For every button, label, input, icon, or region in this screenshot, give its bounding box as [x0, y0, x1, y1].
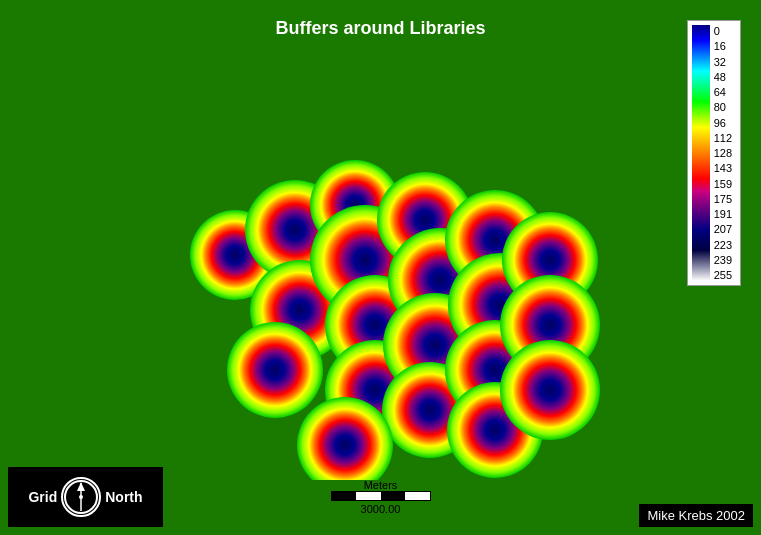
- legend-value: 128: [714, 147, 732, 159]
- legend-value: 64: [714, 86, 732, 98]
- legend-value: 32: [714, 56, 732, 68]
- legend-value: 159: [714, 178, 732, 190]
- legend-value: 112: [714, 132, 732, 144]
- map-title: Buffers around Libraries: [275, 18, 485, 39]
- legend-value: 223: [714, 239, 732, 251]
- legend: 0 16 32 48 64 80 96 112 128 143 159 175 …: [687, 20, 741, 286]
- svg-marker-22: [77, 482, 85, 491]
- scale-seg-3: [381, 492, 406, 500]
- legend-value: 175: [714, 193, 732, 205]
- legend-value: 143: [714, 162, 732, 174]
- legend-value: 80: [714, 101, 732, 113]
- compass: Grid North: [28, 477, 142, 517]
- svg-point-17: [500, 340, 600, 440]
- scale-unit-label: Meters: [364, 479, 398, 491]
- scale-bar-graphic: [331, 491, 431, 501]
- scale-seg-1: [332, 492, 357, 500]
- legend-value: 255: [714, 269, 732, 281]
- scale-value: 3000.00: [361, 503, 401, 515]
- legend-value: 207: [714, 223, 732, 235]
- legend-value: 191: [714, 208, 732, 220]
- buffers-visualization: [80, 60, 660, 480]
- legend-value: 48: [714, 71, 732, 83]
- svg-point-23: [79, 495, 83, 499]
- legend-labels: 0 16 32 48 64 80 96 112 128 143 159 175 …: [714, 25, 732, 281]
- map-area: Buffers around Libraries: [0, 0, 761, 535]
- legend-value: 239: [714, 254, 732, 266]
- grid-label: Grid: [28, 489, 57, 505]
- scale-seg-2: [356, 492, 381, 500]
- legend-value: 0: [714, 25, 732, 37]
- legend-value: 96: [714, 117, 732, 129]
- legend-value: 16: [714, 40, 732, 52]
- compass-box: Grid North: [8, 467, 163, 527]
- scale-bar: Meters 3000.00: [331, 479, 431, 515]
- scale-seg-4: [405, 492, 430, 500]
- legend-gradient: [692, 25, 710, 281]
- compass-circle: [61, 477, 101, 517]
- credit-label: Mike Krebs 2002: [639, 504, 753, 527]
- north-label: North: [105, 489, 142, 505]
- svg-point-19: [227, 322, 323, 418]
